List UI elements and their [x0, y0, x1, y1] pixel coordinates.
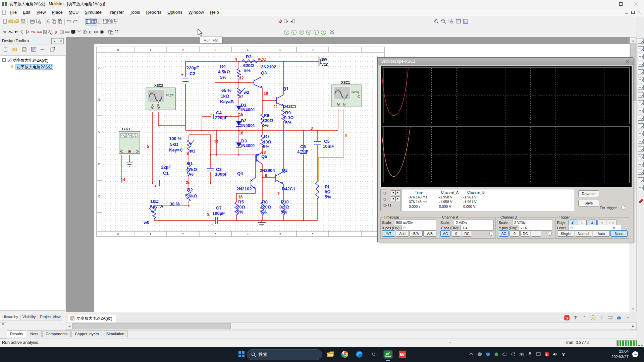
panel-tab-copper-layers[interactable]: Copper layers [71, 330, 102, 337]
pin-button[interactable]: ▲ [51, 38, 57, 44]
tray-blue-app-icon[interactable] [485, 352, 491, 357]
logic-analyzer-icon[interactable] [638, 107, 644, 114]
sheet-tab[interactable]: 功率放大电路2A(改) [68, 314, 116, 322]
channel-b-scale-field[interactable]: 2 V/Div [512, 220, 552, 225]
voltage-probe-icon[interactable]: V [283, 29, 289, 36]
emoji-icon[interactable] [590, 314, 596, 321]
minimize-button[interactable] [598, 0, 613, 8]
menu-view[interactable]: View [33, 8, 49, 16]
ref-probe-icon[interactable]: R [320, 29, 326, 36]
ttl-icon[interactable]: TTL [31, 29, 37, 36]
labview-instrument-icon[interactable] [638, 176, 644, 183]
print-icon[interactable] [30, 18, 36, 25]
channel-b-ground-terminal[interactable] [548, 232, 552, 236]
print-preview-icon[interactable] [36, 18, 42, 25]
cursor-t2-prev-button[interactable]: ◀ [391, 196, 395, 201]
close-icon[interactable] [626, 60, 630, 63]
menu-transfer[interactable]: Transfer [105, 8, 127, 16]
tray-sync-icon[interactable] [510, 352, 516, 357]
channel-a-0-button[interactable]: 0 [451, 230, 461, 237]
channel-a-ac-button[interactable]: AC [440, 230, 450, 237]
voltage-current-probe-icon[interactable]: I [313, 29, 319, 36]
toolbox-tab-hierarchy[interactable]: Hierarchy [0, 314, 20, 320]
copy-icon[interactable] [51, 18, 57, 25]
frequency-counter-icon[interactable] [638, 84, 644, 90]
close-button[interactable] [629, 0, 644, 8]
tray-speaker-icon[interactable] [552, 352, 558, 357]
taskbar-app-media-app[interactable] [369, 350, 378, 359]
scroll-up-icon[interactable]: ▲ [630, 38, 636, 44]
save-icon[interactable] [20, 18, 26, 25]
menu-window[interactable]: Window [185, 8, 207, 16]
mdi-controls[interactable] [625, 10, 642, 16]
menu-simulate[interactable]: Simulate [82, 8, 105, 16]
open-icon[interactable] [8, 18, 14, 25]
save-design-icon[interactable] [21, 46, 28, 53]
distortion-analyzer-icon[interactable] [638, 122, 644, 129]
menu-file[interactable]: File [7, 8, 20, 16]
connector-icon[interactable]: 0 [93, 29, 99, 36]
menu-reports[interactable]: Reports [143, 8, 164, 16]
transistor-icon[interactable] [19, 29, 25, 36]
current-probe-icon[interactable]: I [291, 29, 297, 36]
rf-icon[interactable] [76, 29, 82, 36]
hierarchical-block-icon[interactable] [108, 29, 114, 36]
channel-b-minus-button[interactable]: - [531, 230, 541, 237]
cut-icon[interactable] [45, 18, 51, 25]
bode-plotter-icon[interactable] [638, 76, 644, 83]
taskbar-clock[interactable]: 23:04 2024/3/27 [600, 349, 629, 359]
taskbar-app-edge[interactable] [355, 350, 364, 359]
four-channel-scope-icon[interactable] [638, 68, 644, 75]
toolbox-tab-visibility[interactable]: Visibility [20, 314, 38, 320]
keyboard-icon[interactable] [607, 314, 614, 321]
channel-a-ypos-field[interactable]: 1.4 [461, 225, 494, 231]
paste-icon[interactable] [57, 18, 63, 25]
scroll-left-icon[interactable]: ◀ [66, 323, 72, 329]
function-generator-icon[interactable] [638, 45, 644, 52]
redo-icon[interactable] [72, 18, 78, 25]
scroll-right-icon[interactable]: ▶ [630, 323, 636, 329]
channel-a-dc-button[interactable]: DC [462, 230, 472, 237]
trigger-single-button[interactable]: Single [557, 230, 574, 237]
power-icon[interactable] [59, 29, 65, 36]
menu-help[interactable]: Help [207, 8, 222, 16]
reverse-button[interactable]: Reverse [578, 190, 599, 197]
close-panel-button[interactable]: ✕ [58, 38, 64, 44]
bus-icon[interactable] [114, 29, 120, 36]
recent-layers-icon[interactable] [50, 46, 56, 53]
panel-tab-nets[interactable]: Nets [27, 330, 42, 337]
zoom-area-icon[interactable] [448, 18, 454, 25]
search-placeholder[interactable]: 搜索 [259, 352, 267, 358]
trigger-none-button[interactable]: None [610, 230, 628, 237]
channel-a-scale-field[interactable]: 2 V/Div [454, 220, 494, 225]
tray-sogou-icon[interactable]: S [544, 352, 550, 357]
timebase-b-a-button[interactable]: B/A [410, 230, 423, 237]
open-design-icon[interactable] [12, 46, 18, 53]
oscilloscope-window[interactable]: Oscilloscope-XSC1 T1◀▶T2◀▶T2-T1TimeChann… [377, 57, 633, 242]
back-annotate-icon[interactable] [290, 18, 296, 25]
timebase-y-t-button[interactable]: Y/T [382, 230, 395, 237]
tray-cloud-icon[interactable] [502, 352, 508, 357]
docked-panel-stub[interactable]: ✕⋮ [0, 322, 6, 339]
taskbar-app-multisim[interactable] [383, 350, 393, 359]
word-generator-icon[interactable] [638, 92, 644, 98]
channel-b-ac-button[interactable]: AC [499, 230, 509, 237]
tray-network-icon[interactable] [560, 352, 567, 357]
zoom-out-icon[interactable] [441, 18, 447, 25]
channel-b-dc-button[interactable]: DC [520, 230, 530, 237]
tree-child-label[interactable]: 功率放大电路2A(改) [15, 64, 53, 70]
iv-analyzer-icon[interactable] [638, 115, 644, 121]
lang-zh-icon[interactable]: 中 [572, 314, 579, 321]
forward-annotate-icon[interactable] [283, 18, 289, 25]
gear-icon[interactable] [329, 29, 335, 36]
microphone-icon[interactable] [598, 314, 605, 321]
panel-tab-components[interactable]: Components [42, 330, 71, 337]
agilent-function-generator-icon[interactable] [638, 145, 644, 152]
panel-tab-simulation[interactable]: Simulation [103, 330, 128, 337]
save-button[interactable]: Save [578, 200, 599, 206]
menu-options[interactable]: Options [164, 8, 185, 16]
advanced-peripherals-icon[interactable] [70, 29, 76, 36]
misc-icon[interactable]: MISC [65, 29, 71, 36]
network-analyzer-icon[interactable] [638, 138, 644, 144]
oscilloscope-title-bar[interactable]: Oscilloscope-XSC1 [378, 58, 633, 65]
